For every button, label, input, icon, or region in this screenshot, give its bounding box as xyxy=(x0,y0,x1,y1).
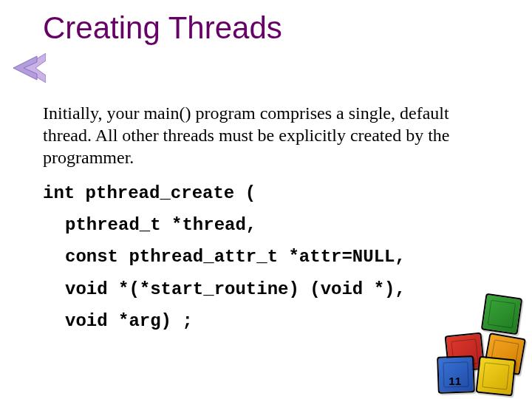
page-number: 11 xyxy=(449,375,461,387)
cube-green-icon xyxy=(481,293,522,335)
code-line-3: const pthread_attr_t *attr=NULL, xyxy=(43,241,501,273)
code-line-1: int pthread_create ( xyxy=(43,177,501,209)
body-paragraph: Initially, your main() program comprises… xyxy=(43,102,486,168)
code-line-2: pthread_t *thread, xyxy=(43,209,501,241)
blocks-clipart xyxy=(432,291,528,395)
cube-yellow-icon xyxy=(476,356,516,397)
slide-title: Creating Threads xyxy=(43,10,282,46)
arrow-decoration xyxy=(0,53,46,83)
